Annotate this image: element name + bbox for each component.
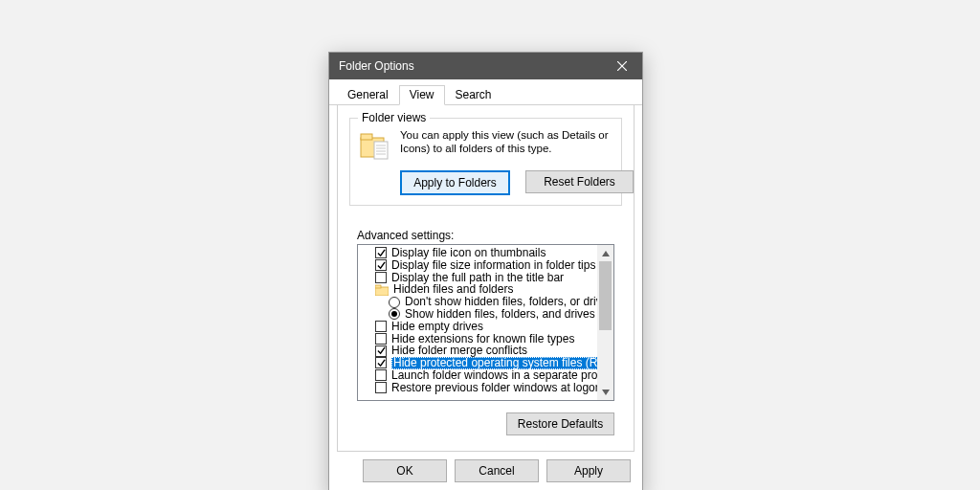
titlebar: Folder Options [329,53,642,79]
scroll-down-icon[interactable] [597,384,613,400]
list-item-label: Hide protected operating system files (R… [391,357,614,369]
svg-rect-4 [374,142,388,159]
checkbox[interactable] [375,272,387,283]
list-item-label: Display the full path in the title bar [391,272,564,284]
scrollbar-vertical[interactable] [597,245,613,400]
list-item-label: Restore previous folder windows at logon [391,382,601,394]
checkbox[interactable] [375,369,387,381]
ok-button[interactable]: OK [363,459,447,482]
advanced-settings-label: Advanced settings: [357,229,622,242]
dialog-buttons: OK Cancel Apply [329,452,642,490]
folder-icon [375,284,389,296]
list-item[interactable]: Hide protected operating system files (R… [375,357,600,369]
checkbox[interactable] [375,357,387,368]
scrollbar-thumb[interactable] [599,261,612,330]
list-item[interactable]: Restore previous folder windows at logon [375,382,600,394]
reset-folders-button[interactable]: Reset Folders [525,170,634,193]
list-item-label: Hide extensions for known file types [391,333,574,345]
checkbox[interactable] [375,345,387,357]
list-item[interactable]: Hide folder merge conflicts [375,345,600,357]
checkbox[interactable] [375,382,387,393]
tab-strip: General View Search [329,79,642,105]
list-item[interactable]: Hidden files and folders [375,283,600,296]
svg-marker-12 [602,390,610,395]
advanced-settings-list[interactable]: Display file icon on thumbnailsDisplay f… [357,244,614,401]
list-item-label: Hidden files and folders [393,283,513,296]
folder-views-description: You can apply this view (such as Details… [400,128,613,163]
folder-views-group: Folder views You can apply this view (su… [349,118,622,206]
checkbox[interactable] [375,247,387,258]
list-item[interactable]: Display file icon on thumbnails [375,247,600,259]
list-item-label: Display file size information in folder … [391,259,595,272]
tab-view[interactable]: View [399,85,445,105]
list-item[interactable]: Hide empty drives [375,321,600,333]
list-item-label: Launch folder windows in a separate proc… [391,369,614,382]
svg-rect-3 [361,134,372,140]
list-item-label: Hide empty drives [391,321,483,333]
list-item[interactable]: Don't show hidden files, folders, or dri… [375,296,600,308]
restore-defaults-button[interactable]: Restore Defaults [506,412,614,435]
folder-options-dialog: Folder Options General View Search Folde… [328,52,643,490]
list-item-label: Don't show hidden files, folders, or dri… [405,296,613,308]
list-item-label: Hide folder merge conflicts [391,345,527,357]
close-icon [617,61,627,71]
close-button[interactable] [610,56,635,76]
folder-views-label: Folder views [358,111,430,124]
window-title: Folder Options [339,59,414,73]
checkbox[interactable] [375,333,387,345]
scroll-up-icon[interactable] [597,245,613,261]
list-item-label: Show hidden files, folders, and drives [405,308,595,321]
checkbox[interactable] [375,259,387,271]
tab-general[interactable]: General [337,85,399,105]
folder-icon [358,130,390,163]
svg-rect-10 [375,285,381,288]
cancel-button[interactable]: Cancel [455,459,539,482]
tab-search[interactable]: Search [445,85,502,105]
list-item[interactable]: Launch folder windows in a separate proc… [375,369,600,382]
list-item[interactable]: Show hidden files, folders, and drives [375,308,600,321]
svg-marker-11 [602,251,610,256]
radio[interactable] [389,297,400,308]
apply-to-folders-button[interactable]: Apply to Folders [400,170,510,195]
list-item[interactable]: Display file size information in folder … [375,259,600,272]
checkbox[interactable] [375,321,387,332]
tab-panel-view: Folder views You can apply this view (su… [337,104,635,452]
list-item[interactable]: Display the full path in the title bar [375,272,600,284]
list-item[interactable]: Hide extensions for known file types [375,332,600,345]
apply-button[interactable]: Apply [546,459,631,482]
radio[interactable] [389,308,400,320]
list-item-label: Display file icon on thumbnails [391,247,546,259]
